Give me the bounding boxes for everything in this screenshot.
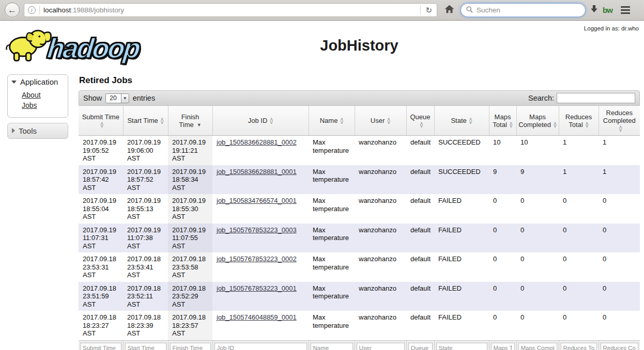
filter-cell-start-time [123, 340, 168, 350]
page-info-icon[interactable]: i [28, 6, 36, 14]
cell-reduces-total: 1 [559, 165, 599, 195]
job-id-link[interactable]: job_1505767853223_0001 [217, 284, 297, 292]
sort-descending-icon: ▼ [197, 122, 202, 128]
job-id-link[interactable]: job_1505767853223_0002 [217, 255, 297, 263]
show-label: Show [83, 94, 102, 102]
select-arrow-icon: ▼ [121, 94, 129, 103]
filter-cell-user [355, 340, 406, 350]
column-label: Start Time [127, 117, 158, 124]
back-arrow-icon: ← [8, 5, 17, 15]
job-id-link[interactable]: job_1505836628881_0001 [217, 168, 297, 176]
sort-both-icon: ˄˅ [510, 122, 513, 128]
cell-reduces-completed: 0 [599, 224, 640, 253]
filter-input-finish-time[interactable] [170, 343, 211, 350]
column-label: Maps Completed [518, 113, 551, 129]
sort-both-icon: ˄˅ [387, 118, 390, 124]
job-id-link[interactable]: job_1505767853223_0003 [217, 226, 297, 234]
page-title: JobHistory [79, 37, 640, 54]
table-search-input[interactable] [557, 93, 635, 103]
cell-maps-completed: 9 [516, 165, 559, 195]
column-header-user[interactable]: User˄˅ [355, 106, 406, 136]
cell-job-id: job_1505834766574_0001 [212, 194, 309, 224]
cell-job-id: job_1505836628881_0001 [212, 165, 309, 195]
cell-name: Max temperature [309, 194, 355, 224]
download-icon[interactable] [590, 5, 599, 15]
filter-input-submit-time[interactable] [80, 343, 121, 350]
tools-label: Tools [19, 126, 37, 135]
cell-state: SUCCEEDED [434, 165, 489, 195]
cell-name: Max temperature [309, 136, 355, 165]
browser-search-field[interactable]: Suchen [461, 3, 586, 17]
filter-input-reduces-completed[interactable] [601, 343, 639, 350]
job-id-link[interactable]: job_1505834766574_0001 [217, 197, 297, 204]
cell-maps-completed: 10 [516, 136, 559, 165]
cell-start-time: 2017.09.18 23:53:41 AST [123, 252, 168, 282]
column-header-submit-time[interactable]: Submit Time˄˅ [79, 106, 123, 136]
cell-user: wanzohanzo [355, 136, 406, 165]
cell-finish-time: 2017.09.19 11:07:55 AST [168, 224, 212, 253]
filter-input-reduces-total[interactable] [561, 343, 597, 350]
sidebar-section-application[interactable]: Application [8, 75, 68, 89]
browser-toolbar: ← i localhost:19888/jobhistory ↻ Suchen … [0, 0, 644, 21]
column-header-reduces-total[interactable]: Reduces Total˄˅ [559, 106, 599, 136]
column-header-finish-time[interactable]: Finish Time▼ [168, 106, 212, 136]
filter-cell-finish-time [168, 340, 212, 350]
table-row: 2017.09.19 18:55:04 AST2017.09.19 18:55:… [79, 194, 640, 224]
reload-icon[interactable]: ↻ [424, 6, 433, 15]
cell-submit-time: 2017.09.19 19:05:52 AST [79, 136, 123, 165]
addon-bw-icon[interactable]: bw [603, 6, 612, 14]
sidebar-item-jobs[interactable]: Jobs [22, 100, 65, 110]
cell-reduces-completed: 0 [599, 252, 640, 282]
filter-input-queue[interactable] [408, 343, 433, 350]
filter-input-start-time[interactable] [125, 343, 166, 350]
column-label: State [451, 117, 466, 124]
cell-start-time: 2017.09.19 18:55:13 AST [123, 194, 168, 224]
sidebar-item-about[interactable]: About [22, 90, 65, 100]
filter-input-state[interactable] [436, 343, 487, 350]
filter-input-maps-completed[interactable] [518, 343, 557, 350]
column-header-job-id[interactable]: Job ID˄˅ [212, 106, 309, 136]
entries-label: entries [133, 94, 156, 102]
filter-input-user[interactable] [357, 343, 405, 350]
url-host: localhost [43, 6, 71, 14]
job-id-link[interactable]: job_1505836628881_0002 [217, 138, 297, 146]
column-header-start-time[interactable]: Start Time˄˅ [123, 106, 168, 136]
cell-submit-time: 2017.09.19 18:55:04 AST [79, 194, 123, 224]
filter-cell-maps-completed [516, 340, 559, 350]
column-header-reduces-completed[interactable]: Reduces Completed˄˅ [599, 106, 640, 136]
table-body: 2017.09.19 19:05:52 AST2017.09.19 19:06:… [79, 136, 640, 341]
cell-start-time: 2017.09.19 18:57:52 AST [123, 165, 168, 195]
column-header-maps-total[interactable]: Maps Total˄˅ [489, 106, 516, 136]
home-icon[interactable] [444, 5, 454, 15]
cell-job-id: job_1505836628881_0002 [212, 136, 309, 165]
table-toolbar: Show 20 ▼ entries Search: [79, 90, 640, 106]
filter-input-name[interactable] [311, 343, 353, 350]
cell-maps-total: 9 [489, 165, 516, 195]
page-size-select[interactable]: 20 ▼ [105, 93, 129, 103]
table-row: 2017.09.19 19:05:52 AST2017.09.19 19:06:… [79, 136, 640, 165]
column-header-maps-completed[interactable]: Maps Completed˄˅ [516, 106, 559, 136]
cell-name: Max temperature [309, 311, 355, 340]
column-header-name[interactable]: Name˄˅ [309, 106, 355, 136]
url-bar[interactable]: i localhost:19888/jobhistory ↻ [24, 3, 437, 17]
job-id-link[interactable]: job_1505746048859_0001 [217, 313, 297, 321]
cell-reduces-total: 0 [559, 252, 599, 282]
back-button[interactable]: ← [5, 3, 20, 18]
sort-both-icon: ˄˅ [586, 122, 589, 128]
filter-cell-queue [406, 340, 434, 350]
column-label: Finish Time [179, 113, 199, 129]
hamburger-menu-icon[interactable] [621, 6, 630, 14]
column-header-state[interactable]: State˄˅ [434, 106, 489, 136]
cell-maps-total: 0 [489, 224, 516, 253]
filter-input-maps-total[interactable] [491, 343, 515, 350]
cell-start-time: 2017.09.19 19:06:00 AST [123, 136, 168, 165]
filter-input-job-id[interactable] [214, 343, 307, 350]
cell-name: Max temperature [309, 252, 355, 282]
column-label: Maps Total [493, 113, 511, 129]
cell-queue: default [406, 136, 434, 165]
cell-reduces-completed: 0 [599, 282, 640, 311]
cell-maps-completed: 0 [516, 194, 559, 224]
cell-state: FAILED [434, 194, 489, 224]
column-header-queue[interactable]: Queue˄˅ [406, 106, 434, 136]
sidebar-section-tools[interactable]: Tools [7, 123, 68, 139]
